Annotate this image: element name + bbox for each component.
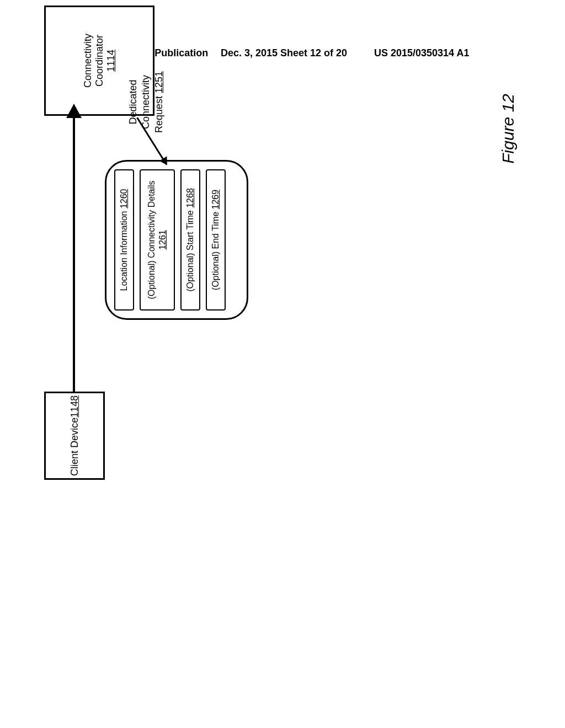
request-bubble: Location Information 1260 (Optional) Con… — [105, 160, 248, 320]
connectivity-coordinator-ref: 1114 — [105, 50, 117, 72]
arrow-line — [73, 116, 75, 392]
bubble-row-connectivity-details-text: (Optional) Connectivity Details — [147, 180, 156, 299]
bubble-row-start-time: (Optional) Start Time 1268 — [180, 169, 200, 311]
bubble-row-connectivity-details-ref: 1261 — [158, 230, 167, 250]
request-label: Dedicated Connectivity Request 1251 — [127, 61, 166, 143]
bubble-row-end-time-ref: 1269 — [211, 190, 220, 210]
figure-label: Figure 12 — [499, 94, 518, 164]
page: Patent Application Publication Dec. 3, 2… — [0, 0, 565, 728]
bubble-row-location-ref: 1260 — [119, 189, 129, 209]
bubble-row-end-time: (Optional) End Time 1269 — [206, 169, 226, 311]
client-device-title: Client Device — [69, 417, 80, 476]
client-device-ref: 1148 — [69, 395, 80, 417]
connectivity-coordinator-title: Connectivity Coordinator — [82, 7, 105, 114]
request-label-line2: Connectivity — [140, 61, 152, 143]
bubble-row-start-time-text: (Optional) Start Time — [185, 208, 195, 292]
bubble-row-location: Location Information 1260 — [114, 169, 134, 311]
client-device-box: Client Device1148 — [44, 392, 105, 480]
arrow-head-icon — [66, 104, 82, 118]
request-label-ref: 1251 — [153, 71, 164, 93]
request-label-line1: Dedicated — [127, 61, 140, 143]
bubble-row-end-time-text: (Optional) End Time — [211, 209, 220, 290]
bubble-row-location-text: Location Information — [119, 208, 129, 291]
request-label-line3: Request — [153, 93, 164, 133]
bubble-row-connectivity-details: (Optional) Connectivity Details 1261 — [140, 169, 175, 311]
bubble-row-start-time-ref: 1268 — [185, 188, 195, 208]
diagram: Client Device1148 Connectivity Coordinat… — [44, 6, 436, 480]
